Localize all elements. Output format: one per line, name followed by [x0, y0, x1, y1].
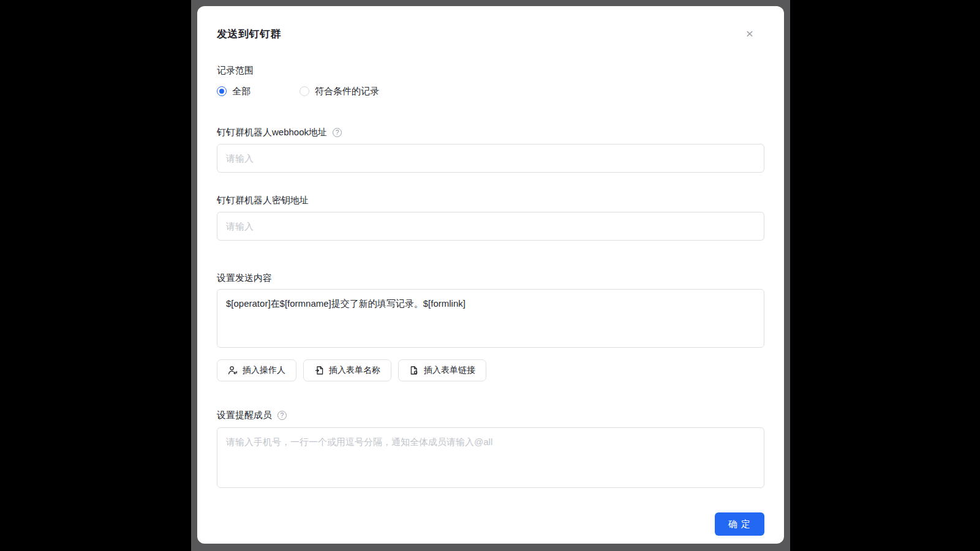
secret-input[interactable]: [217, 212, 764, 241]
radio-option-conditional[interactable]: 符合条件的记录: [300, 86, 379, 97]
dialog-title: 发送到钉钉群: [217, 28, 281, 40]
insert-form-name-icon: [314, 365, 324, 375]
webhook-label-row: 钉钉群机器人webhook地址 ?: [217, 127, 764, 138]
send-to-dingtalk-dialog: 发送到钉钉群 × 记录范围 全部 符合条件的记录 钉钉群机器人webhook地址…: [197, 6, 784, 544]
insert-button-label: 插入操作人: [243, 365, 285, 376]
members-textarea[interactable]: [217, 427, 764, 488]
insert-button-label: 插入表单名称: [329, 365, 380, 376]
modal-backdrop: 发送到钉钉群 × 记录范围 全部 符合条件的记录 钉钉群机器人webhook地址…: [191, 0, 790, 551]
help-icon[interactable]: ?: [333, 128, 342, 137]
help-icon[interactable]: ?: [277, 411, 287, 420]
content-label: 设置发送内容: [217, 272, 272, 283]
dialog-footer: 确 定: [217, 512, 764, 536]
radio-selected-icon: [217, 86, 227, 96]
radio-option-label: 全部: [232, 86, 251, 97]
radio-option-all[interactable]: 全部: [217, 86, 251, 97]
webhook-label: 钉钉群机器人webhook地址: [217, 127, 327, 138]
members-label-row: 设置提醒成员 ?: [217, 410, 764, 421]
secret-label: 钉钉群机器人密钥地址: [217, 195, 309, 206]
close-icon[interactable]: ×: [741, 24, 758, 42]
content-label-row: 设置发送内容: [217, 272, 764, 283]
insert-buttons-row: 插入操作人 插入表单名称: [217, 359, 764, 381]
confirm-button[interactable]: 确 定: [715, 512, 764, 536]
secret-label-row: 钉钉群机器人密钥地址: [217, 195, 764, 206]
dialog-header: 发送到钉钉群 ×: [217, 27, 764, 40]
insert-operator-button[interactable]: 插入操作人: [217, 359, 296, 381]
insert-operator-icon: [228, 365, 238, 375]
record-scope-label: 记录范围: [217, 65, 764, 76]
radio-unselected-icon: [300, 86, 309, 96]
members-label: 设置提醒成员: [217, 410, 272, 421]
record-scope-radio-group: 全部 符合条件的记录: [217, 85, 764, 97]
content-textarea[interactable]: $[operator]在$[formname]提交了新的填写记录。$[forml…: [217, 289, 764, 348]
insert-form-link-button[interactable]: 插入表单链接: [398, 359, 486, 381]
radio-option-label: 符合条件的记录: [315, 86, 379, 97]
insert-button-label: 插入表单链接: [424, 365, 475, 376]
insert-form-link-icon: [409, 365, 419, 375]
webhook-input[interactable]: [217, 144, 764, 173]
insert-form-name-button[interactable]: 插入表单名称: [303, 359, 391, 381]
